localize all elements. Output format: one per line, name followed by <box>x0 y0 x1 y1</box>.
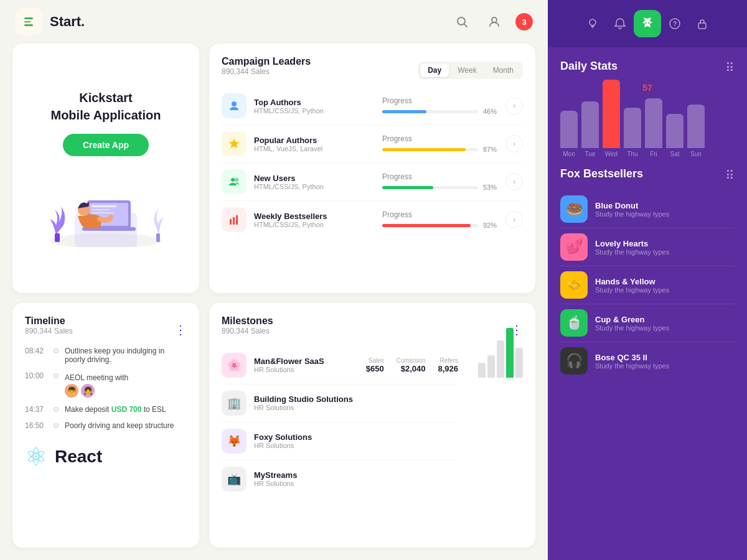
bestseller-1[interactable]: 🍩 Blue Donut Study the highway types <box>560 190 735 228</box>
filter-month[interactable]: Month <box>486 63 521 77</box>
bs-info-2: Lovely Hearts Study the highway types <box>595 239 735 256</box>
timeline-card: Timeline 890,344 Sales ⋮ 08:42 Outlines … <box>12 303 199 548</box>
kickstart-card: Kickstart Mobile Application Create App <box>12 44 199 293</box>
react-label: React <box>55 447 102 467</box>
react-logo-section: ⚛ React <box>25 437 187 476</box>
timeline-item-2: 10:00 AEOL meeting with 👦 👧 <box>25 371 187 398</box>
progress-bar-bg-4 <box>382 224 478 227</box>
bestsellers-more[interactable]: ⠿ <box>725 168 735 183</box>
sidebar-content: Daily Stats ⠿ 57 Mon Tue Wed <box>548 47 747 560</box>
filter-week[interactable]: Week <box>450 63 484 77</box>
svg-point-27 <box>648 22 649 24</box>
timeline-item-1: 08:42 Outlines keep you indulging in poo… <box>25 347 187 364</box>
campaign-row-4: Weekly Bestsellers HTML/CSS/JS, Python P… <box>222 201 523 238</box>
progress-bar-bg-3 <box>382 186 478 189</box>
milestone-row-3: 🦊 Foxy Solutions HR Solutions <box>222 422 458 460</box>
daily-stats-more[interactable]: ⠿ <box>725 60 735 75</box>
header: Start. 3 <box>0 0 548 44</box>
bestseller-5[interactable]: 🎧 Bose QC 35 II Study the highway types <box>560 342 735 380</box>
campaign-tech-2: HTML, VueJS, Laravel <box>254 145 372 152</box>
tl-text-3: Make deposit USD 700 to ESL <box>65 405 166 414</box>
weekly-icon <box>227 213 241 226</box>
bulb-icon <box>586 17 599 30</box>
bar-sat <box>666 114 684 148</box>
search-button[interactable] <box>451 11 473 33</box>
bs-name-1: Blue Donut <box>595 201 735 210</box>
campaign-name-2: Popular Authors <box>254 136 372 145</box>
bar-sun <box>687 105 705 148</box>
nav-icon-lock[interactable] <box>688 10 716 37</box>
ms-type-4: HR Solutions <box>254 480 458 487</box>
bs-info-5: Bose QC 35 II Study the highway types <box>595 353 735 370</box>
ms-bar-3 <box>497 340 504 378</box>
campaign-icon-1 <box>222 93 247 118</box>
nav-icon-bell[interactable] <box>606 10 634 37</box>
svg-point-26 <box>645 22 646 24</box>
bestseller-3[interactable]: 🤝 Hands & Yellow Study the highway types <box>560 266 735 304</box>
content-grid: Kickstart Mobile Application Create App <box>0 44 548 560</box>
bs-name-3: Hands & Yellow <box>595 277 735 286</box>
bs-thumb-1: 🍩 <box>560 195 588 223</box>
react-logo-icon: ⚛ <box>25 442 47 471</box>
bestseller-2[interactable]: 💕 Lovely Hearts Study the highway types <box>560 228 735 266</box>
ms-info-1: Man&Flower SaaS HR Solutions <box>254 357 366 373</box>
avatar-1: 👦 <box>65 384 78 398</box>
tl-dot-3 <box>54 407 59 412</box>
bestseller-4[interactable]: 🍵 Cup & Green Study the highway types <box>560 304 735 342</box>
ms-info-4: MyStreams HR Solutions <box>254 470 458 487</box>
ms-bar-2 <box>487 355 495 378</box>
campaign-icon-2 <box>222 131 247 156</box>
progress-pct-2: 87% <box>483 146 500 153</box>
tl-time-1: 08:42 <box>25 347 47 355</box>
hero-illustration <box>37 166 174 247</box>
chevron-btn-4[interactable]: › <box>505 211 523 228</box>
day-wed: Wed <box>605 151 618 157</box>
tl-avatars: 👦 👧 <box>65 384 128 398</box>
ms-info-2: Building Studio Solutions HR Solutions <box>254 394 458 411</box>
campaign-progress-2: Progress 87% <box>382 134 500 153</box>
chevron-btn-1[interactable]: › <box>505 97 523 114</box>
ms-stat-label-comm: Comission <box>397 357 426 364</box>
ms-stat-commission: Comission $2,040 <box>397 357 426 373</box>
search-icon <box>456 16 467 27</box>
campaign-name-1: Top Authors <box>254 98 372 107</box>
progress-bar-wrap-4: 92% <box>382 222 500 229</box>
ms-icon-1: 🌸 <box>222 353 247 378</box>
milestone-row-1: 🌸 Man&Flower SaaS HR Solutions Sales $65… <box>222 347 458 385</box>
milestones-list: 🌸 Man&Flower SaaS HR Solutions Sales $65… <box>222 347 458 498</box>
logo-line-1 <box>24 17 33 19</box>
campaign-info-4: Weekly Bestsellers HTML/CSS/JS, Python <box>254 212 372 228</box>
nav-icon-fox[interactable] <box>634 10 661 37</box>
svg-point-0 <box>458 17 465 25</box>
progress-label-2: Progress <box>382 134 500 143</box>
filter-day[interactable]: Day <box>420 63 449 77</box>
bs-thumb-4: 🍵 <box>560 309 588 337</box>
nav-icon-question[interactable]: ? <box>661 10 688 37</box>
bs-info-3: Hands & Yellow Study the highway types <box>595 277 735 294</box>
ms-name-3: Foxy Solutions <box>254 432 458 442</box>
daily-stats-chart-wrap: 57 Mon Tue Wed Thu <box>560 83 735 157</box>
chart-bar-wed: Wed <box>603 80 620 157</box>
kickstart-title: Kickstart Mobile Application <box>50 89 161 124</box>
timeline-title-wrap: Timeline 890,344 Sales <box>25 315 73 344</box>
svg-text:?: ? <box>673 21 677 27</box>
chevron-btn-3[interactable]: › <box>505 173 523 190</box>
notification-badge[interactable]: 3 <box>515 13 533 30</box>
bell-icon <box>614 17 626 30</box>
create-app-button[interactable]: Create App <box>63 134 149 156</box>
user-button[interactable] <box>483 11 505 33</box>
timeline-subtitle: 890,344 Sales <box>25 327 73 335</box>
nav-icon-bulb[interactable] <box>579 10 606 37</box>
usd-link[interactable]: USD 700 <box>111 405 142 414</box>
tl-text-2: AEOL meeting with <box>65 373 128 382</box>
bs-name-4: Cup & Green <box>595 315 735 324</box>
daily-stats-header: Daily Stats ⠿ <box>560 60 735 75</box>
bs-thumb-3: 🤝 <box>560 271 588 299</box>
avatar-2: 👧 <box>81 384 95 398</box>
progress-fill-1 <box>382 110 426 113</box>
ms-stat-label-sales: Sales <box>366 357 384 364</box>
timeline-more-icon[interactable]: ⋮ <box>174 322 187 337</box>
chevron-btn-2[interactable]: › <box>505 135 523 152</box>
logo-icon <box>15 8 42 35</box>
right-sidebar: ? Daily Stats ⠿ 57 Mon <box>548 0 747 560</box>
